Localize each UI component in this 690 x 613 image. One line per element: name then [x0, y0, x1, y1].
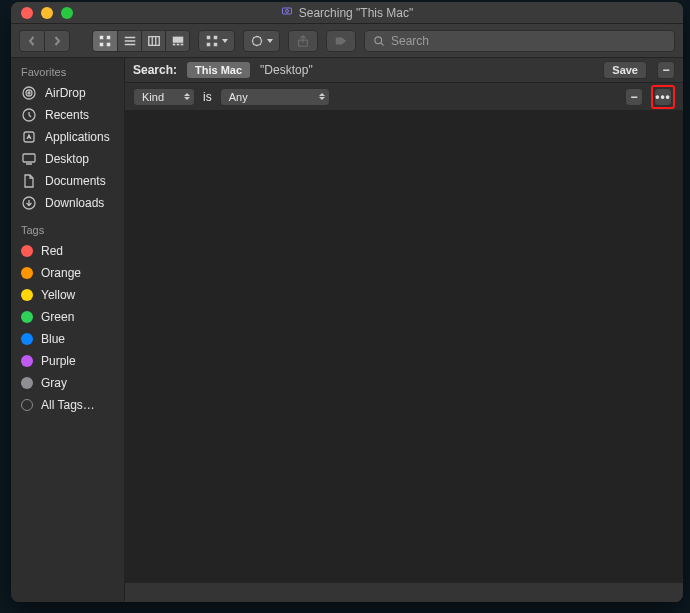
svg-rect-14 [176, 43, 179, 45]
close-window-button[interactable] [21, 7, 33, 19]
sidebar-tag-yellow[interactable]: Yellow [11, 284, 124, 306]
sidebar-item-label: Yellow [41, 288, 75, 302]
svg-rect-13 [172, 43, 175, 45]
search-scope-bar: Search: This Mac "Desktop" Save − [125, 58, 683, 83]
results-area [125, 111, 683, 582]
zoom-window-button[interactable] [61, 7, 73, 19]
clock-icon [21, 107, 37, 123]
remove-scope-button[interactable]: − [657, 61, 675, 79]
sidebar-tag-purple[interactable]: Purple [11, 350, 124, 372]
svg-point-1 [285, 10, 288, 13]
tag-dot-icon [21, 245, 33, 257]
sidebar-item-label: Gray [41, 376, 67, 390]
svg-rect-29 [23, 154, 35, 162]
tag-dot-icon [21, 333, 33, 345]
airdrop-icon [21, 85, 37, 101]
stepper-icon [184, 93, 190, 100]
column-view-button[interactable] [141, 31, 165, 51]
sidebar-item-label: Blue [41, 332, 65, 346]
criteria-attribute-label: Kind [142, 91, 164, 103]
sidebar-item-desktop[interactable]: Desktop [11, 148, 124, 170]
add-criteria-button[interactable]: ••• [654, 88, 672, 106]
search-icon [373, 35, 385, 47]
sidebar-item-label: Recents [45, 108, 89, 122]
svg-rect-12 [172, 36, 183, 42]
sidebar-item-label: AirDrop [45, 86, 86, 100]
sidebar-tag-red[interactable]: Red [11, 240, 124, 262]
sidebar-item-label: Green [41, 310, 74, 324]
forward-button[interactable] [44, 30, 70, 52]
tag-dot-icon [21, 355, 33, 367]
svg-rect-17 [214, 35, 218, 39]
sidebar-item-downloads[interactable]: Downloads [11, 192, 124, 214]
sidebar-tag-blue[interactable]: Blue [11, 328, 124, 350]
sidebar-item-airdrop[interactable]: AirDrop [11, 82, 124, 104]
svg-rect-9 [148, 36, 159, 45]
criteria-operator: is [203, 90, 212, 104]
nav-buttons [19, 30, 70, 52]
tag-dot-icon [21, 289, 33, 301]
criteria-row: Kind is Any − ••• [125, 83, 683, 111]
view-mode-group [92, 30, 190, 52]
gallery-view-button[interactable] [165, 31, 189, 51]
tag-dot-icon [21, 267, 33, 279]
sidebar-tag-orange[interactable]: Orange [11, 262, 124, 284]
minimize-window-button[interactable] [41, 7, 53, 19]
title-bar: Searching "This Mac" [11, 2, 683, 24]
sidebar-item-label: Purple [41, 354, 76, 368]
search-label: Search: [133, 63, 177, 77]
sidebar-item-documents[interactable]: Documents [11, 170, 124, 192]
remove-criteria-button[interactable]: − [625, 88, 643, 106]
svg-rect-2 [100, 35, 104, 39]
search-field[interactable]: Search [364, 30, 675, 52]
scope-desktop[interactable]: "Desktop" [260, 63, 313, 77]
sidebar-item-recents[interactable]: Recents [11, 104, 124, 126]
tags-header: Tags [11, 224, 124, 240]
svg-line-23 [381, 43, 383, 45]
sidebar-tag-gray[interactable]: Gray [11, 372, 124, 394]
svg-point-26 [28, 92, 30, 94]
save-search-button[interactable]: Save [603, 61, 647, 79]
toolbar: Search [11, 24, 683, 58]
criteria-attribute-popup[interactable]: Kind [133, 88, 195, 106]
svg-rect-4 [100, 42, 104, 46]
icon-view-button[interactable] [93, 31, 117, 51]
action-menu-button[interactable] [243, 30, 280, 52]
chevron-down-icon [222, 39, 228, 43]
favorites-header: Favorites [11, 66, 124, 82]
sidebar-all-tags[interactable]: All Tags… [11, 394, 124, 416]
applications-icon [21, 129, 37, 145]
sidebar-item-label: All Tags… [41, 398, 95, 412]
svg-rect-18 [207, 42, 211, 46]
desktop-icon [21, 151, 37, 167]
svg-rect-3 [107, 35, 111, 39]
back-button[interactable] [19, 30, 45, 52]
finder-window: Searching "This Mac" [11, 2, 683, 602]
sidebar-item-label: Desktop [45, 152, 89, 166]
sidebar-item-label: Red [41, 244, 63, 258]
list-view-button[interactable] [117, 31, 141, 51]
sidebar-tag-green[interactable]: Green [11, 306, 124, 328]
group-by-button[interactable] [198, 30, 235, 52]
tag-dot-icon [21, 311, 33, 323]
sidebar-item-applications[interactable]: Applications [11, 126, 124, 148]
tag-dot-icon [21, 399, 33, 411]
sidebar: Favorites AirDrop Recents Applications D… [11, 58, 125, 602]
share-button[interactable] [288, 30, 318, 52]
status-bar [125, 582, 683, 602]
window-controls [21, 7, 73, 19]
sidebar-item-label: Applications [45, 130, 110, 144]
tags-button[interactable] [326, 30, 356, 52]
window-title: Searching "This Mac" [299, 6, 414, 20]
sidebar-item-label: Documents [45, 174, 106, 188]
window-title-area: Searching "This Mac" [281, 5, 414, 20]
folder-proxy-icon [281, 5, 293, 20]
criteria-value-popup[interactable]: Any [220, 88, 330, 106]
scope-this-mac[interactable]: This Mac [187, 62, 250, 78]
download-icon [21, 195, 37, 211]
tag-dot-icon [21, 377, 33, 389]
svg-rect-0 [282, 8, 291, 14]
search-placeholder: Search [391, 34, 429, 48]
svg-rect-16 [207, 35, 211, 39]
add-criteria-highlight: ••• [651, 85, 675, 109]
